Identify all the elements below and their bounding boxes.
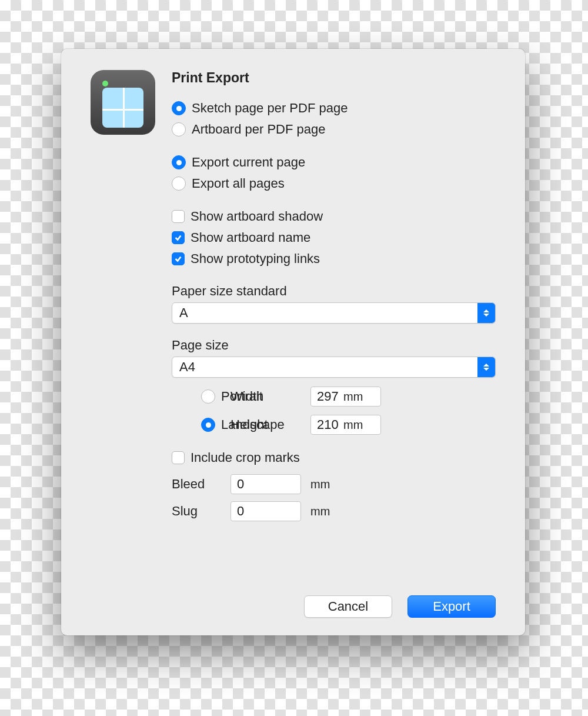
printer-icon: [91, 70, 155, 135]
slug-unit: mm: [310, 505, 340, 518]
radio-portrait[interactable]: [201, 389, 215, 404]
radio-sketch-per-pdf[interactable]: [172, 101, 186, 115]
radio-sketch-per-pdf-label: Sketch page per PDF page: [192, 101, 348, 116]
page-size-label: Page size: [172, 338, 496, 353]
height-unit: mm: [343, 418, 496, 432]
checkbox-show-name[interactable]: [172, 231, 185, 244]
checkbox-show-name-label: Show artboard name: [191, 230, 310, 245]
width-unit: mm: [343, 390, 496, 404]
stepper-icon: [477, 303, 495, 323]
display-options-group: Show artboard shadow Show artboard name …: [172, 206, 496, 269]
cancel-button[interactable]: Cancel: [304, 595, 392, 618]
bleed-unit: mm: [310, 478, 340, 491]
radio-landscape[interactable]: [201, 418, 215, 432]
paper-standard-label: Paper size standard: [172, 284, 496, 299]
height-label: Height: [230, 417, 307, 432]
dialog-title: Print Export: [172, 70, 496, 86]
checkbox-crop-marks-label: Include crop marks: [191, 450, 300, 465]
radio-export-all-label: Export all pages: [192, 176, 285, 191]
checkbox-crop-marks[interactable]: [172, 451, 185, 464]
radio-artboard-per-pdf[interactable]: [172, 122, 186, 136]
slug-label: Slug: [172, 504, 227, 519]
radio-export-current-label: Export current page: [192, 155, 305, 170]
slug-input[interactable]: 0: [230, 501, 301, 521]
page-size-select[interactable]: A4: [172, 357, 496, 378]
page-size-value: A4: [172, 359, 477, 375]
checkbox-show-shadow-label: Show artboard shadow: [191, 209, 323, 224]
radio-portrait-label: Portrait: [221, 389, 263, 404]
bleed-input[interactable]: 0: [230, 474, 301, 494]
bleed-label: Bleed: [172, 477, 227, 492]
export-scope-group: Export current page Export all pages: [172, 152, 496, 194]
checkbox-show-proto-label: Show prototyping links: [191, 251, 320, 267]
export-button[interactable]: Export: [407, 595, 496, 618]
radio-export-current[interactable]: [172, 155, 186, 169]
paper-standard-value: A: [172, 305, 477, 321]
page-mode-group: Sketch page per PDF page Artboard per PD…: [172, 98, 496, 140]
checkbox-show-shadow[interactable]: [172, 210, 185, 223]
checkbox-show-proto[interactable]: [172, 252, 185, 265]
stepper-icon: [477, 357, 495, 377]
radio-export-all[interactable]: [172, 176, 186, 191]
print-export-dialog: Print Export Sketch page per PDF page Ar…: [61, 49, 525, 635]
paper-standard-select[interactable]: A: [172, 302, 496, 324]
radio-artboard-per-pdf-label: Artboard per PDF page: [192, 122, 325, 137]
